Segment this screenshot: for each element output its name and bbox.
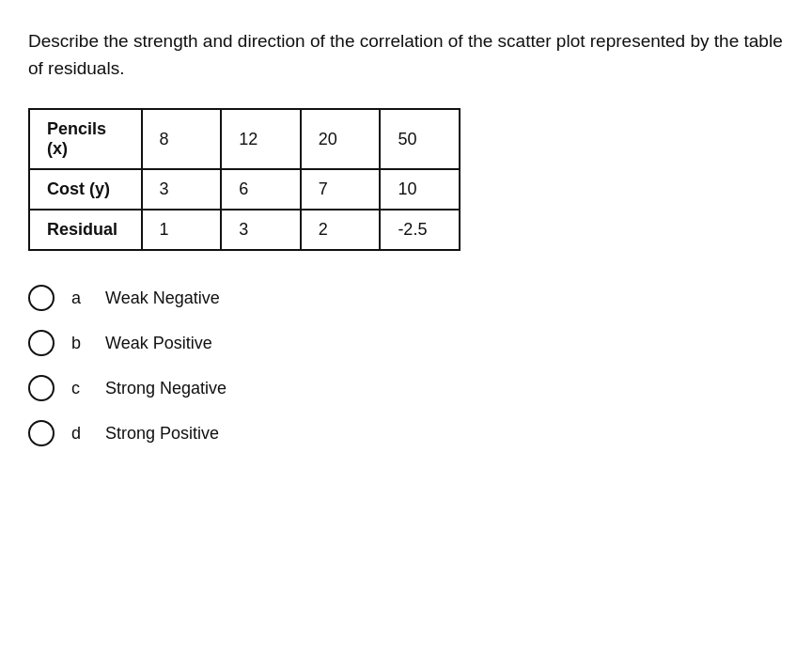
option-label: Strong Negative [105, 379, 226, 398]
radio-button[interactable] [28, 375, 55, 401]
table-row: Residual132-2.5 [29, 210, 460, 250]
table-row: Pencils(x)8122050 [29, 109, 460, 169]
table-cell: 8 [142, 109, 222, 169]
table-cell: 10 [380, 169, 460, 210]
table-cell: 20 [301, 109, 381, 169]
row-header: Cost (y) [29, 169, 142, 210]
question-text: Describe the strength and direction of t… [28, 28, 784, 82]
row-header: Pencils(x) [29, 109, 142, 169]
table-cell: 7 [301, 169, 381, 210]
table-cell: 50 [380, 109, 460, 169]
option-label: Weak Positive [105, 334, 212, 353]
table-row: Cost (y)36710 [29, 169, 460, 210]
table-cell: 12 [221, 109, 301, 169]
row-header: Residual [29, 210, 142, 250]
option-b[interactable]: bWeak Positive [28, 330, 784, 356]
table-cell: 2 [301, 210, 381, 250]
radio-button[interactable] [28, 330, 55, 356]
radio-button[interactable] [28, 420, 55, 446]
data-table: Pencils(x)8122050Cost (y)36710Residual13… [28, 108, 784, 251]
table-cell: 3 [221, 210, 301, 250]
table-cell: 1 [142, 210, 222, 250]
option-letter: b [71, 334, 88, 353]
table-cell: -2.5 [380, 210, 460, 250]
radio-button[interactable] [28, 285, 55, 311]
option-letter: a [71, 289, 88, 308]
option-letter: c [71, 379, 88, 398]
option-c[interactable]: cStrong Negative [28, 375, 784, 401]
option-a[interactable]: aWeak Negative [28, 285, 784, 311]
answer-options: aWeak NegativebWeak PositivecStrong Nega… [28, 285, 784, 446]
option-letter: d [71, 424, 88, 444]
option-d[interactable]: dStrong Positive [28, 420, 784, 446]
table-cell: 3 [142, 169, 222, 210]
option-label: Strong Positive [105, 424, 219, 444]
option-label: Weak Negative [105, 289, 220, 308]
table-cell: 6 [221, 169, 301, 210]
